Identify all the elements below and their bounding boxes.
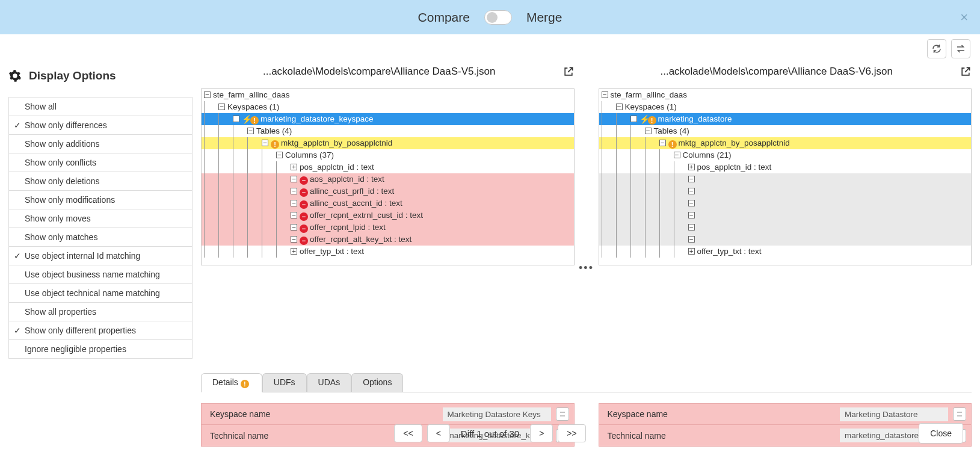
right-tree[interactable]: −ste_farm_allinc_daas−Keyspaces (1)−⚡!ma… <box>599 88 972 265</box>
expander-icon[interactable]: − <box>688 176 695 182</box>
tree-row[interactable]: −−offer_rcpnt_lpid : text <box>202 221 574 234</box>
expander-icon[interactable]: − <box>630 116 637 122</box>
expander-icon[interactable]: − <box>291 224 297 231</box>
tree-label: offer_rcpnt_extrnl_cust_id : text <box>310 211 423 220</box>
display-option[interactable]: Show only moves <box>9 209 192 228</box>
prev-diff-button[interactable]: < <box>427 424 450 442</box>
expander-icon[interactable]: − <box>233 116 239 122</box>
warn-icon: ! <box>241 380 249 388</box>
expander-icon[interactable]: − <box>291 176 297 182</box>
display-option[interactable]: Show all properties <box>9 303 192 321</box>
expander-icon[interactable]: − <box>688 224 695 231</box>
expander-icon[interactable]: − <box>645 128 652 134</box>
expander-icon[interactable]: − <box>262 140 268 146</box>
expander-icon[interactable]: − <box>291 236 297 243</box>
tree-row[interactable]: −ste_farm_allinc_daas <box>202 89 574 101</box>
tree-row[interactable]: −−offer_rcpnt_extrnl_cust_id : text <box>202 209 574 221</box>
tab-udfs[interactable]: UDFs <box>262 373 307 392</box>
tree-row[interactable]: − <box>599 209 972 221</box>
tree-row[interactable]: +pos_applctn_id : text <box>599 161 972 173</box>
tree-row[interactable]: −Tables (4) <box>599 125 972 137</box>
tree-row[interactable]: +offer_typ_txt : text <box>202 246 574 258</box>
expander-icon[interactable]: − <box>602 91 608 98</box>
display-option[interactable]: Show only deletions <box>9 172 192 191</box>
display-option[interactable]: Show only matches <box>9 228 192 247</box>
expander-icon[interactable]: − <box>291 188 297 194</box>
tree-row[interactable]: −−offer_rcpnt_alt_key_txt : text <box>202 234 574 246</box>
left-model-path: ...ackolade\Models\compare\Alliance DaaS… <box>201 66 558 78</box>
tree-row[interactable]: − <box>599 173 972 185</box>
tree-row[interactable]: − <box>599 221 972 234</box>
tree-label: mktg_applctn_by_posapplctnid <box>679 138 790 147</box>
swap-button[interactable] <box>951 39 970 58</box>
tree-row[interactable]: −−aos_applctn_id : text <box>202 173 574 185</box>
expander-icon[interactable]: − <box>218 104 225 110</box>
next-diff-button[interactable]: > <box>530 424 553 442</box>
expander-icon[interactable]: + <box>291 248 297 255</box>
display-option[interactable]: Show only differences <box>9 116 192 135</box>
expander-icon[interactable]: − <box>674 152 680 158</box>
last-diff-button[interactable]: >> <box>558 424 585 442</box>
display-option[interactable]: Show only conflicts <box>9 153 192 172</box>
refresh-button[interactable] <box>927 39 946 58</box>
tree-row[interactable]: −Keyspaces (1) <box>599 101 972 113</box>
display-option[interactable]: Ignore negligible properties <box>9 340 192 359</box>
tab-details[interactable]: Details! <box>201 373 262 392</box>
close-button[interactable]: Close <box>919 423 963 444</box>
expander-icon[interactable]: − <box>276 152 283 158</box>
merge-label: Merge <box>526 10 562 25</box>
tree-row[interactable]: −Columns (21) <box>599 149 972 161</box>
expander-icon[interactable]: − <box>616 104 623 110</box>
display-options-title: Display Options <box>29 69 116 82</box>
display-option[interactable]: Show all <box>9 98 192 116</box>
display-option[interactable]: Use object internal Id matching <box>9 247 192 265</box>
tree-row[interactable]: −Columns (37) <box>202 149 574 161</box>
tree-row[interactable]: − <box>599 185 972 197</box>
tree-row[interactable]: −!mktg_applctn_by_posapplctnid <box>599 137 972 149</box>
display-option[interactable]: Show only modifications <box>9 191 192 209</box>
bolt-icon: ⚡ <box>639 113 647 125</box>
tree-row[interactable]: −−allinc_cust_accnt_id : text <box>202 197 574 209</box>
tree-row[interactable]: −⚡!marketing_datastore <box>599 113 972 125</box>
left-tree[interactable]: −ste_farm_allinc_daas−Keyspaces (1)−⚡!ma… <box>201 88 575 265</box>
tree-label: aos_applctn_id : text <box>310 175 384 184</box>
tree-row[interactable]: − <box>599 197 972 209</box>
swap-icon <box>955 43 966 54</box>
first-diff-button[interactable]: << <box>394 424 422 442</box>
display-option[interactable]: Use object technical name matching <box>9 284 192 303</box>
tree-row[interactable]: −Keyspaces (1) <box>202 101 574 113</box>
tab-udas[interactable]: UDAs <box>307 373 352 392</box>
expander-icon[interactable]: − <box>247 128 254 134</box>
tree-label: marketing_datastore <box>658 114 732 123</box>
expander-icon[interactable]: − <box>291 200 297 206</box>
expander-icon[interactable]: − <box>688 200 695 206</box>
tree-row[interactable]: −Tables (4) <box>202 125 574 137</box>
display-option[interactable]: Show only additions <box>9 135 192 153</box>
display-option[interactable]: Show only different properties <box>9 321 192 340</box>
tree-row[interactable]: −⚡!marketing_datastore_keyspace <box>202 113 574 125</box>
compare-merge-toggle[interactable] <box>484 10 512 25</box>
expander-icon[interactable]: − <box>688 236 695 243</box>
splitter-handle[interactable]: ••• <box>575 63 599 359</box>
tree-row[interactable]: +offer_typ_txt : text <box>599 246 972 258</box>
expander-icon[interactable]: + <box>688 164 695 170</box>
expander-icon[interactable]: + <box>291 164 297 170</box>
close-icon[interactable]: × <box>960 10 968 25</box>
tree-label: Columns (21) <box>683 150 732 159</box>
tree-row[interactable]: −−allinc_cust_prfl_id : text <box>202 185 574 197</box>
expander-icon[interactable]: + <box>688 248 695 255</box>
open-external-icon[interactable] <box>960 66 972 78</box>
tree-row[interactable]: −!mktg_applctn_by_posapplctnid <box>202 137 574 149</box>
tab-options[interactable]: Options <box>351 373 403 392</box>
tree-row[interactable]: +pos_applctn_id : text <box>202 161 574 173</box>
expander-icon[interactable]: − <box>688 188 695 194</box>
expander-icon[interactable]: − <box>204 91 211 98</box>
tree-row[interactable]: − <box>599 234 972 246</box>
expander-icon[interactable]: − <box>688 212 695 218</box>
display-option[interactable]: Use object business name matching <box>9 265 192 284</box>
expander-icon[interactable]: − <box>291 212 297 218</box>
open-external-icon[interactable] <box>562 66 575 78</box>
delete-icon: − <box>300 237 308 245</box>
tree-row[interactable]: −ste_farm_allinc_daas <box>599 89 972 101</box>
expander-icon[interactable]: − <box>659 140 666 146</box>
